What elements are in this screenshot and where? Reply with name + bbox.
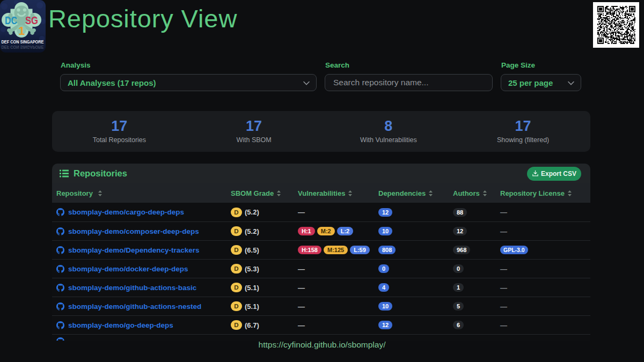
svg-text:DC: DC [5, 14, 17, 26]
svg-text:1: 1 [18, 24, 25, 38]
svg-text:SG: SG [25, 14, 38, 26]
svg-text:DEF CON SINGAPORE: DEF CON SINGAPORE [2, 45, 44, 50]
svg-text:DEF CON SINGAPORE: DEF CON SINGAPORE [2, 39, 44, 45]
